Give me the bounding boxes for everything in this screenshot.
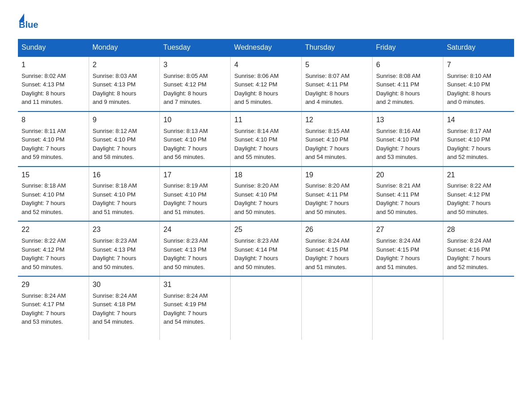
day-cell-1-4: 4Sunrise: 8:06 AMSunset: 4:12 PMDaylight…	[231, 56, 301, 111]
day-number: 11	[234, 115, 297, 126]
day-info: Sunrise: 8:24 AMSunset: 4:15 PMDaylight:…	[305, 236, 369, 271]
day-info: Sunrise: 8:05 AMSunset: 4:12 PMDaylight:…	[163, 72, 227, 107]
day-info: Sunrise: 8:19 AMSunset: 4:10 PMDaylight:…	[163, 181, 227, 216]
day-number: 10	[163, 115, 227, 126]
day-info: Sunrise: 8:21 AMSunset: 4:11 PMDaylight:…	[376, 181, 439, 216]
day-info: Sunrise: 8:24 AMSunset: 4:16 PMDaylight:…	[447, 236, 511, 271]
day-info: Sunrise: 8:24 AMSunset: 4:15 PMDaylight:…	[376, 236, 439, 271]
day-number: 12	[305, 115, 369, 126]
day-number: 29	[21, 279, 85, 291]
day-info: Sunrise: 8:14 AMSunset: 4:10 PMDaylight:…	[234, 127, 297, 162]
day-info: Sunrise: 8:03 AMSunset: 4:13 PMDaylight:…	[93, 72, 156, 107]
page-header: Blue	[18, 13, 514, 30]
day-info: Sunrise: 8:18 AMSunset: 4:10 PMDaylight:…	[93, 181, 156, 216]
day-cell-2-4: 11Sunrise: 8:14 AMSunset: 4:10 PMDayligh…	[231, 111, 301, 167]
day-number: 19	[305, 170, 369, 181]
day-info: Sunrise: 8:12 AMSunset: 4:10 PMDaylight:…	[93, 127, 156, 162]
day-cell-2-6: 13Sunrise: 8:16 AMSunset: 4:10 PMDayligh…	[372, 111, 443, 167]
day-number: 30	[93, 279, 156, 291]
day-info: Sunrise: 8:16 AMSunset: 4:10 PMDaylight:…	[376, 127, 439, 162]
day-number: 15	[21, 170, 85, 181]
day-info: Sunrise: 8:20 AMSunset: 4:11 PMDaylight:…	[305, 181, 369, 216]
header-wednesday: Wednesday	[231, 39, 301, 56]
day-cell-4-2: 23Sunrise: 8:23 AMSunset: 4:13 PMDayligh…	[89, 221, 159, 276]
day-cell-2-5: 12Sunrise: 8:15 AMSunset: 4:10 PMDayligh…	[301, 111, 372, 167]
day-info: Sunrise: 8:11 AMSunset: 4:10 PMDaylight:…	[21, 127, 85, 162]
day-cell-1-2: 2Sunrise: 8:03 AMSunset: 4:13 PMDaylight…	[89, 56, 159, 111]
day-cell-5-2: 30Sunrise: 8:24 AMSunset: 4:18 PMDayligh…	[89, 276, 159, 340]
day-number: 21	[447, 170, 511, 181]
day-info: Sunrise: 8:24 AMSunset: 4:19 PMDaylight:…	[163, 291, 227, 326]
day-cell-3-2: 16Sunrise: 8:18 AMSunset: 4:10 PMDayligh…	[89, 167, 159, 222]
day-cell-4-4: 25Sunrise: 8:23 AMSunset: 4:14 PMDayligh…	[231, 221, 301, 276]
header-tuesday: Tuesday	[160, 39, 231, 56]
day-cell-3-1: 15Sunrise: 8:18 AMSunset: 4:10 PMDayligh…	[18, 167, 89, 222]
day-number: 9	[93, 115, 156, 126]
day-info: Sunrise: 8:08 AMSunset: 4:11 PMDaylight:…	[376, 72, 439, 107]
day-info: Sunrise: 8:22 AMSunset: 4:12 PMDaylight:…	[21, 236, 85, 271]
day-cell-1-6: 6Sunrise: 8:08 AMSunset: 4:11 PMDaylight…	[372, 56, 443, 111]
logo-sub: Blue	[19, 20, 38, 30]
day-number: 24	[163, 224, 227, 235]
day-cell-5-1: 29Sunrise: 8:24 AMSunset: 4:17 PMDayligh…	[18, 276, 89, 340]
day-number: 4	[234, 60, 297, 71]
day-cell-3-3: 17Sunrise: 8:19 AMSunset: 4:10 PMDayligh…	[160, 167, 231, 222]
logo: Blue	[18, 13, 38, 30]
day-cell-3-4: 18Sunrise: 8:20 AMSunset: 4:10 PMDayligh…	[231, 167, 301, 222]
day-cell-3-5: 19Sunrise: 8:20 AMSunset: 4:11 PMDayligh…	[301, 167, 372, 222]
header-sunday: Sunday	[18, 39, 89, 56]
week-row-3: 15Sunrise: 8:18 AMSunset: 4:10 PMDayligh…	[18, 167, 514, 222]
day-cell-1-7: 7Sunrise: 8:10 AMSunset: 4:10 PMDaylight…	[443, 56, 514, 111]
day-cell-5-5	[301, 276, 372, 340]
day-number: 18	[234, 170, 297, 181]
day-number: 16	[93, 170, 156, 181]
day-info: Sunrise: 8:17 AMSunset: 4:10 PMDaylight:…	[447, 127, 511, 162]
week-row-5: 29Sunrise: 8:24 AMSunset: 4:17 PMDayligh…	[18, 276, 514, 340]
day-number: 31	[163, 279, 227, 291]
day-number: 1	[21, 60, 85, 71]
day-info: Sunrise: 8:15 AMSunset: 4:10 PMDaylight:…	[305, 127, 369, 162]
day-info: Sunrise: 8:23 AMSunset: 4:13 PMDaylight:…	[93, 236, 156, 271]
day-info: Sunrise: 8:18 AMSunset: 4:10 PMDaylight:…	[21, 181, 85, 216]
day-cell-1-3: 3Sunrise: 8:05 AMSunset: 4:12 PMDaylight…	[160, 56, 231, 111]
day-cell-4-6: 27Sunrise: 8:24 AMSunset: 4:15 PMDayligh…	[372, 221, 443, 276]
day-cell-4-1: 22Sunrise: 8:22 AMSunset: 4:12 PMDayligh…	[18, 221, 89, 276]
day-info: Sunrise: 8:24 AMSunset: 4:17 PMDaylight:…	[21, 291, 85, 326]
day-number: 13	[376, 115, 439, 126]
day-number: 22	[21, 224, 85, 235]
day-number: 3	[163, 60, 227, 71]
day-cell-1-5: 5Sunrise: 8:07 AMSunset: 4:11 PMDaylight…	[301, 56, 372, 111]
day-cell-4-7: 28Sunrise: 8:24 AMSunset: 4:16 PMDayligh…	[443, 221, 514, 276]
header-monday: Monday	[89, 39, 159, 56]
day-number: 7	[447, 60, 511, 71]
day-cell-3-7: 21Sunrise: 8:22 AMSunset: 4:12 PMDayligh…	[443, 167, 514, 222]
day-cell-5-7	[443, 276, 514, 340]
week-row-4: 22Sunrise: 8:22 AMSunset: 4:12 PMDayligh…	[18, 221, 514, 276]
day-info: Sunrise: 8:07 AMSunset: 4:11 PMDaylight:…	[305, 72, 369, 107]
day-cell-2-3: 10Sunrise: 8:13 AMSunset: 4:10 PMDayligh…	[160, 111, 231, 167]
day-number: 26	[305, 224, 369, 235]
day-info: Sunrise: 8:23 AMSunset: 4:14 PMDaylight:…	[234, 236, 297, 271]
day-cell-2-2: 9Sunrise: 8:12 AMSunset: 4:10 PMDaylight…	[89, 111, 159, 167]
day-number: 23	[93, 224, 156, 235]
day-cell-4-3: 24Sunrise: 8:23 AMSunset: 4:13 PMDayligh…	[160, 221, 231, 276]
day-number: 20	[376, 170, 439, 181]
day-info: Sunrise: 8:06 AMSunset: 4:12 PMDaylight:…	[234, 72, 297, 107]
day-cell-2-7: 14Sunrise: 8:17 AMSunset: 4:10 PMDayligh…	[443, 111, 514, 167]
day-number: 14	[447, 115, 511, 126]
day-number: 6	[376, 60, 439, 71]
day-cell-4-5: 26Sunrise: 8:24 AMSunset: 4:15 PMDayligh…	[301, 221, 372, 276]
day-info: Sunrise: 8:24 AMSunset: 4:18 PMDaylight:…	[93, 291, 156, 326]
calendar-header-row: SundayMondayTuesdayWednesdayThursdayFrid…	[18, 39, 514, 56]
day-info: Sunrise: 8:20 AMSunset: 4:10 PMDaylight:…	[234, 181, 297, 216]
day-info: Sunrise: 8:23 AMSunset: 4:13 PMDaylight:…	[163, 236, 227, 271]
day-number: 5	[305, 60, 369, 71]
day-cell-5-4	[231, 276, 301, 340]
day-info: Sunrise: 8:13 AMSunset: 4:10 PMDaylight:…	[163, 127, 227, 162]
header-saturday: Saturday	[443, 39, 514, 56]
day-number: 17	[163, 170, 227, 181]
calendar-table: SundayMondayTuesdayWednesdayThursdayFrid…	[18, 39, 514, 340]
day-number: 8	[21, 115, 85, 126]
week-row-2: 8Sunrise: 8:11 AMSunset: 4:10 PMDaylight…	[18, 111, 514, 167]
day-number: 25	[234, 224, 297, 235]
